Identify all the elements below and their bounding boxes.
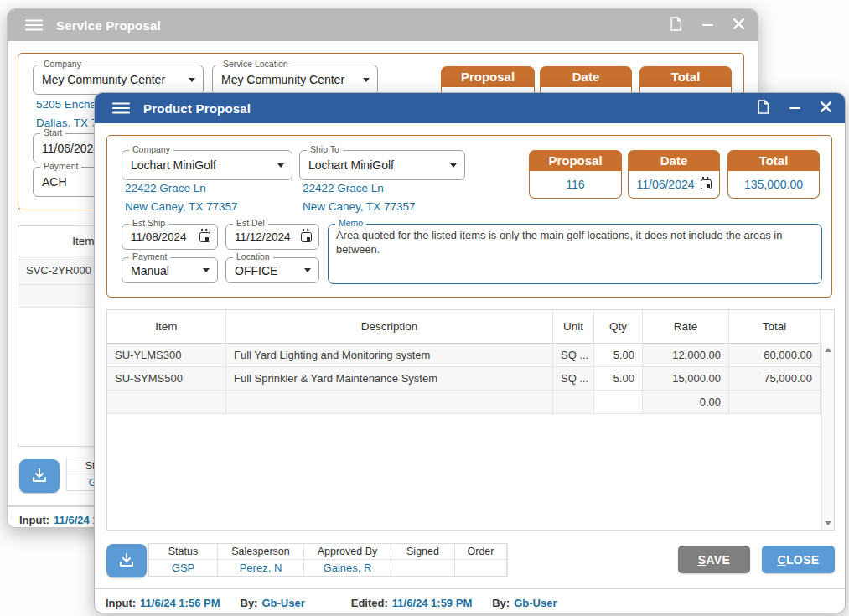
edited-timestamp: 11/6/24 1:59 PM	[392, 597, 472, 609]
status-value[interactable]: GSP	[149, 560, 218, 576]
unit-cell[interactable]: SQ ...	[553, 344, 594, 367]
company-address-line1: 22422 Grace Ln	[125, 182, 206, 194]
close-button[interactable]: CLOSE	[762, 546, 835, 573]
product-window-title: Product Proposal	[143, 101, 251, 116]
company-value: Mey Community Center	[34, 65, 203, 94]
rate-cell[interactable]: 12,000.00	[643, 344, 729, 367]
summary-total: Total 135,000.00	[727, 150, 820, 199]
summary-proposal: Proposal 116	[529, 150, 622, 199]
dropdown-icon	[363, 78, 370, 82]
column-header-total: Total	[729, 310, 821, 344]
date-value-box[interactable]: 11/06/2024	[628, 171, 720, 199]
by-user: Gb-User	[514, 597, 557, 609]
item-cell[interactable]: SU-SYMS500	[107, 367, 226, 391]
document-icon[interactable]	[670, 17, 682, 34]
screen: Service Proposal Company Mey Community C…	[0, 0, 849, 616]
location-select[interactable]: Location OFFICE	[225, 257, 319, 283]
scroll-up-icon[interactable]	[825, 348, 831, 352]
total-value: 135,000.00	[727, 171, 820, 199]
rate-cell[interactable]: 0.00	[643, 391, 729, 414]
menu-icon[interactable]	[25, 19, 43, 32]
qty-cell[interactable]: 5.00	[594, 367, 643, 391]
signed-value[interactable]	[391, 560, 455, 576]
download-button[interactable]	[106, 544, 147, 577]
close-icon[interactable]	[733, 18, 744, 33]
payment-label: Payment	[40, 161, 81, 171]
input-timestamp: 11/6/24 1:56 PM	[140, 597, 220, 609]
close-icon[interactable]	[821, 101, 831, 116]
download-button[interactable]	[19, 459, 60, 493]
est-ship-label: Est Ship	[129, 218, 168, 228]
input-label: Input:	[19, 514, 49, 526]
date-header: Date	[628, 150, 720, 171]
location-label: Location	[233, 251, 273, 261]
salesperson-header: Salesperson	[218, 544, 304, 560]
save-button[interactable]: SAVE	[678, 546, 750, 573]
company-address-line2: New Caney, TX 77357	[125, 200, 238, 213]
est-del-date-field[interactable]: Est Del 11/12/2024	[225, 224, 319, 250]
proposal-number: 116	[529, 171, 622, 199]
input-label: Input:	[106, 597, 136, 609]
minimize-icon[interactable]	[789, 107, 800, 110]
column-header-rate: Rate	[643, 310, 729, 344]
memo-field[interactable]: Memo Area quoted for the listed items is…	[328, 224, 822, 284]
menu-icon[interactable]	[112, 102, 130, 115]
product-proposal-window: Product Proposal Company Lochart MiniGol…	[94, 92, 846, 613]
date-header: Date	[540, 66, 632, 87]
calendar-icon[interactable]	[701, 179, 712, 189]
line-items-grid: Item Description Unit Qty Rate Total SU-…	[107, 310, 821, 414]
minimize-icon[interactable]	[702, 24, 713, 27]
dropdown-icon	[304, 268, 311, 272]
by-label: By:	[492, 597, 510, 609]
order-value[interactable]	[455, 560, 507, 576]
description-cell[interactable]: Full Sprinkler & Yard Maintenance System	[226, 367, 553, 391]
scroll-down-icon[interactable]	[825, 521, 831, 525]
unit-cell[interactable]: SQ ...	[553, 367, 594, 391]
service-company-select[interactable]: Company Mey Community Center	[33, 65, 204, 95]
item-cell[interactable]: SU-YLMS300	[107, 344, 226, 367]
description-cell[interactable]: Full Yard Lighting and Monitoring system	[226, 344, 553, 367]
salesperson-value[interactable]: Perez, N	[218, 560, 304, 576]
save-button-label: SAVE	[698, 553, 731, 567]
product-company-select[interactable]: Company Lochart MiniGolf	[122, 150, 292, 180]
vertical-scrollbar[interactable]	[821, 344, 834, 530]
approved-by-header: Approved By	[304, 544, 391, 560]
est-ship-date-field[interactable]: Est Ship 11/08/2024	[122, 224, 218, 250]
dropdown-icon	[203, 268, 210, 272]
description-cell[interactable]	[226, 391, 553, 414]
memo-text: Area quoted for the listed items is only…	[329, 225, 821, 261]
approved-by-value[interactable]: Gaines, R	[304, 560, 391, 576]
ship-to-value: Lochart MiniGolf	[300, 151, 464, 179]
date-value: 11/06/2024	[636, 178, 694, 191]
download-icon	[116, 551, 137, 571]
total-header: Total	[727, 150, 820, 171]
qty-cell[interactable]: 5.00	[594, 344, 643, 367]
start-label: Start	[40, 127, 65, 137]
company-label: Company	[129, 144, 173, 154]
column-header-description: Description	[226, 310, 553, 344]
service-location-select[interactable]: Service Location Mey Community Center	[212, 65, 378, 95]
status-table: Status Salesperson Approved By Signed Or…	[148, 543, 508, 577]
document-icon[interactable]	[757, 100, 769, 117]
service-location-value: Mey Community Center	[213, 65, 377, 94]
payment-select[interactable]: Payment Manual	[122, 257, 218, 283]
ship-address-line1: 22422 Grace Ln	[303, 182, 384, 194]
ship-to-select[interactable]: Ship To Lochart MiniGolf	[299, 150, 465, 180]
edited-label: Edited:	[351, 597, 388, 609]
status-header: Status	[149, 544, 218, 560]
company-value: Lochart MiniGolf	[122, 151, 292, 179]
calendar-icon[interactable]	[199, 232, 210, 242]
qty-cell[interactable]	[594, 391, 643, 414]
rate-cell[interactable]: 15,000.00	[643, 367, 729, 391]
by-user: Gb-User	[261, 597, 304, 609]
unit-cell[interactable]	[553, 391, 594, 414]
memo-label: Memo	[335, 218, 366, 228]
dropdown-icon	[189, 78, 195, 82]
dropdown-icon	[277, 163, 284, 168]
proposal-header: Proposal	[529, 150, 622, 171]
calendar-icon[interactable]	[301, 232, 312, 242]
product-footer: Input: 11/6/24 1:56 PM By: Gb-User Edite…	[106, 593, 557, 613]
item-cell[interactable]	[107, 391, 226, 414]
payment-label: Payment	[129, 251, 170, 261]
close-button-label: CLOSE	[777, 553, 819, 567]
